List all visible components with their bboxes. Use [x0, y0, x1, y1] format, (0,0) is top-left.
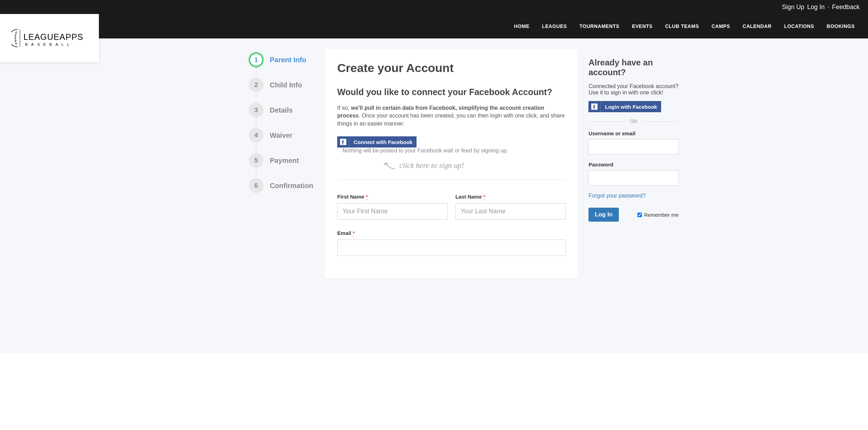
facebook-login-text: Connected your Facebook account? Use it … [588, 83, 679, 96]
remember-me-checkbox[interactable] [637, 213, 642, 217]
last-name-label: Last Name * [455, 194, 566, 200]
first-name-label: First Name * [337, 194, 448, 200]
leagueapps-logo-icon: LEAGUEAPPS BASEBALL [11, 28, 88, 49]
nav-bookings[interactable]: BOOKINGS [827, 23, 855, 29]
facebook-heading: Would you like to connect your Facebook … [337, 87, 566, 97]
step-waiver[interactable]: 4 Waiver [249, 128, 325, 143]
content-area: 1 Parent Info 2 Child Info 3 Details 4 W… [0, 38, 868, 353]
nav-club-teams[interactable]: CLUB TEAMS [665, 23, 699, 29]
connect-facebook-button[interactable]: Connect with Facebook [337, 136, 417, 148]
nav-leagues[interactable]: LEAGUES [542, 23, 567, 29]
remember-me-label[interactable]: Remember me [637, 212, 679, 218]
nav-locations[interactable]: LOCATIONS [784, 23, 814, 29]
facebook-icon [588, 101, 601, 112]
facebook-icon [337, 136, 349, 148]
svg-text:BASEBALL: BASEBALL [25, 42, 73, 46]
email-input[interactable] [337, 239, 566, 256]
svg-text:LEAGUEAPPS: LEAGUEAPPS [23, 32, 83, 42]
nav-home[interactable]: HOME [514, 23, 529, 29]
login-facebook-label: Login with Facebook [601, 101, 661, 112]
step-label: Waiver [270, 131, 292, 139]
step-number: 3 [249, 103, 263, 117]
step-number: 2 [249, 78, 263, 92]
login-facebook-button[interactable]: Login with Facebook [588, 101, 661, 112]
step-number: 6 [249, 178, 263, 193]
step-label: Parent Info [270, 56, 306, 64]
facebook-note: Nothing will be posted to your Facebook … [342, 148, 508, 154]
nav-calendar[interactable]: CALENDAR [743, 23, 772, 29]
connect-facebook-label: Connect with Facebook [349, 137, 417, 148]
last-name-input[interactable] [455, 203, 566, 220]
separator: · [827, 3, 829, 11]
signup-form-card: Create your Account Would you like to co… [325, 49, 578, 279]
step-label: Details [270, 106, 293, 114]
nav-events[interactable]: EVENTS [632, 23, 652, 29]
nav-bar: HOME LEAGUES TOURNAMENTS EVENTS CLUB TEA… [0, 14, 868, 38]
login-button[interactable]: Log In [588, 208, 619, 222]
logo[interactable]: LEAGUEAPPS BASEBALL [0, 14, 99, 62]
signup-link[interactable]: Sign Up [782, 3, 804, 11]
login-link[interactable]: Log In [807, 3, 825, 11]
top-bar: Sign Up Log In · Feedback [0, 0, 868, 14]
step-details[interactable]: 3 Details [249, 103, 325, 117]
step-number: 4 [249, 128, 263, 143]
nav-tournaments[interactable]: TOURNAMENTS [579, 23, 619, 29]
step-label: Confirmation [270, 182, 313, 190]
login-sidebar: Already have an account? Connected your … [588, 49, 679, 279]
step-child-info[interactable]: 2 Child Info [249, 78, 325, 92]
arrow-icon [383, 160, 397, 171]
step-number: 5 [249, 153, 263, 168]
feedback-link[interactable]: Feedback [832, 3, 860, 11]
login-heading: Already have an account? [588, 58, 679, 77]
step-label: Child Info [270, 81, 302, 89]
forgot-password-link[interactable]: Forgot your password? [588, 193, 646, 199]
or-divider: OR [588, 119, 679, 124]
password-input[interactable] [588, 170, 679, 186]
step-confirmation[interactable]: 6 Confirmation [249, 178, 325, 193]
divider [337, 179, 566, 180]
step-label: Payment [270, 157, 299, 165]
page-title: Create your Account [337, 61, 566, 75]
password-label: Password [588, 162, 679, 167]
step-number: 1 [249, 52, 263, 67]
signup-hint: click here to sign up! [383, 160, 566, 171]
username-label: Username or email [588, 130, 679, 136]
username-input[interactable] [588, 139, 679, 155]
email-label: Email * [337, 230, 566, 236]
first-name-input[interactable] [337, 203, 448, 220]
progress-steps: 1 Parent Info 2 Child Info 3 Details 4 W… [249, 49, 325, 279]
step-parent-info[interactable]: 1 Parent Info [249, 52, 325, 67]
step-payment[interactable]: 5 Payment [249, 153, 325, 168]
facebook-description: If so, we'll pull in certain data from F… [337, 104, 566, 128]
nav-camps[interactable]: CAMPS [711, 23, 730, 29]
